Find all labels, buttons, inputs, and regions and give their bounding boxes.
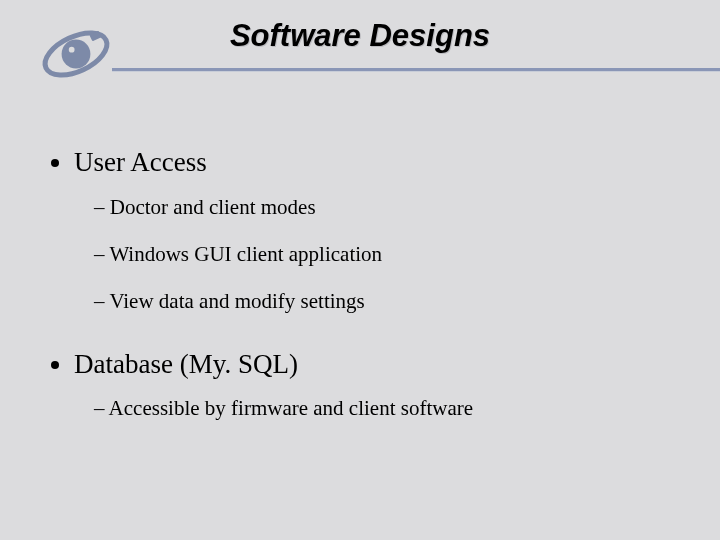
sub-bullet: Doctor and client modes	[94, 194, 672, 221]
sub-bullet: Accessible by firmware and client softwa…	[94, 395, 672, 422]
slide-body: User Access Doctor and client modes Wind…	[48, 146, 672, 443]
slide-title: Software Designs	[0, 18, 720, 54]
slide: Software Designs User Access Doctor and …	[0, 0, 720, 540]
sub-bullet: View data and modify settings	[94, 288, 672, 315]
bullet-text: User Access	[74, 147, 207, 177]
header-rule	[112, 68, 720, 72]
slide-header: Software Designs	[0, 0, 720, 95]
sub-bullet: Windows GUI client application	[94, 241, 672, 268]
bullet-user-access: User Access Doctor and client modes Wind…	[74, 146, 672, 316]
bullet-text: Database (My. SQL)	[74, 349, 298, 379]
bullet-database: Database (My. SQL) Accessible by firmwar…	[74, 348, 672, 423]
